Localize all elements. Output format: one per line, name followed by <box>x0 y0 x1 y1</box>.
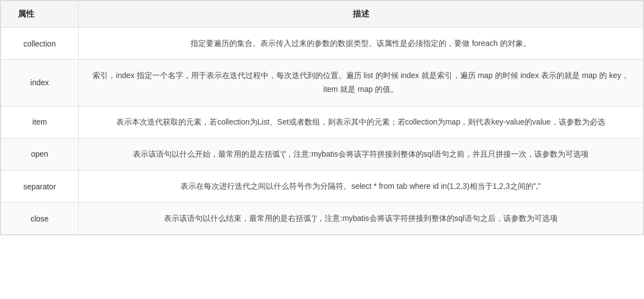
table-row: close表示该语句以什么结束，最常用的是右括弧')'，注意:mybatis会将… <box>1 203 643 235</box>
description-cell: 表示该语句以什么开始，最常用的是左括弧'('，注意:mybatis会将该字符拼接… <box>79 138 643 170</box>
table-row: item表示本次迭代获取的元素，若collection为List、Set或者数组… <box>1 106 643 138</box>
table-row: separator表示在每次进行迭代之间以什么符号作为分隔符。select * … <box>1 170 643 202</box>
header-attr: 属性 <box>1 1 79 28</box>
table-row: open表示该语句以什么开始，最常用的是左括弧'('，注意:mybatis会将该… <box>1 138 643 170</box>
attr-cell: open <box>1 138 79 170</box>
description-cell: 指定要遍历的集合。表示传入过来的参数的数据类型。该属性是必须指定的，要做 for… <box>79 28 643 60</box>
attributes-table: 属性 描述 collection指定要遍历的集合。表示传入过来的参数的数据类型。… <box>1 1 643 235</box>
attr-cell: index <box>1 60 79 106</box>
attr-cell: collection <box>1 28 79 60</box>
table-header-row: 属性 描述 <box>1 1 643 28</box>
description-cell: 表示本次迭代获取的元素，若collection为List、Set或者数组，则表示… <box>79 106 643 138</box>
header-desc: 描述 <box>79 1 643 28</box>
description-cell: 索引，index 指定一个名字，用于表示在迭代过程中，每次迭代到的位置。遍历 l… <box>79 60 643 106</box>
table-row: index索引，index 指定一个名字，用于表示在迭代过程中，每次迭代到的位置… <box>1 60 643 106</box>
table-row: collection指定要遍历的集合。表示传入过来的参数的数据类型。该属性是必须… <box>1 28 643 60</box>
attr-cell: close <box>1 203 79 235</box>
description-cell: 表示该语句以什么结束，最常用的是右括弧')'，注意:mybatis会将该字符拼接… <box>79 203 643 235</box>
description-cell: 表示在每次进行迭代之间以什么符号作为分隔符。select * from tab … <box>79 170 643 202</box>
main-table-container: 属性 描述 collection指定要遍历的集合。表示传入过来的参数的数据类型。… <box>0 0 644 235</box>
attr-cell: item <box>1 106 79 138</box>
attr-cell: separator <box>1 170 79 202</box>
